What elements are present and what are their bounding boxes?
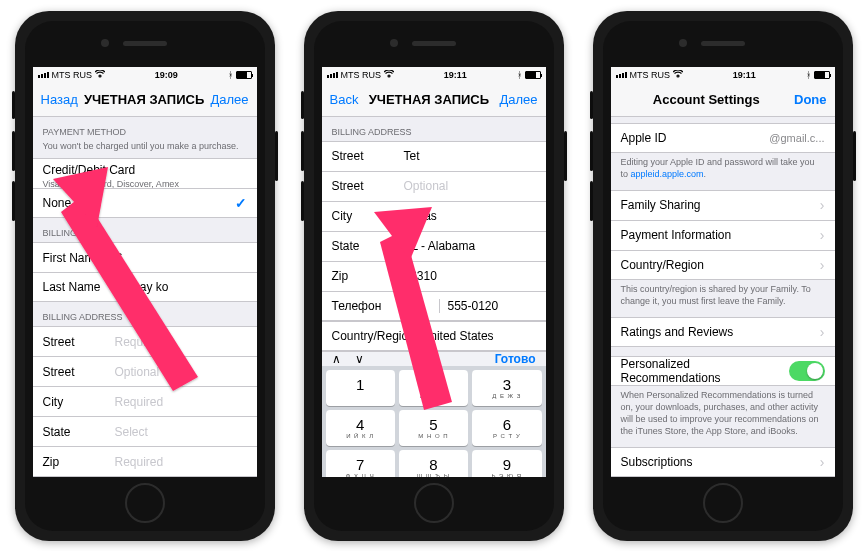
street2-row[interactable]: Street Optional (33, 356, 257, 386)
key-7[interactable]: 7Ф Х Ц Ч (326, 450, 395, 477)
zip-field[interactable]: Required (115, 455, 164, 469)
city-row[interactable]: City Required (33, 386, 257, 416)
phone-mock-3: MTS RUS 19:11 ᚼ Account Settings Done (593, 11, 853, 541)
payment-method-header: PAYMENT METHOD (33, 117, 257, 141)
card-option-title: Credit/Debit Card (43, 163, 136, 177)
none-option[interactable]: None ✓ (33, 188, 257, 218)
checkmark-icon: ✓ (235, 195, 247, 211)
street2-field[interactable]: Optional (404, 179, 449, 193)
key-6[interactable]: 6Р С Т У (472, 410, 541, 446)
city-label: City (332, 209, 404, 223)
family-sharing-row[interactable]: Family Sharing › (611, 190, 835, 220)
last-name-field[interactable]: Mikhay ko (115, 280, 169, 294)
zip-field[interactable]: 36310 (404, 269, 437, 283)
first-name-field[interactable]: S (115, 251, 123, 265)
chevron-right-icon: › (820, 258, 825, 272)
billing-address-header: BILLING ADDRESS (322, 117, 546, 141)
key-4[interactable]: 4И Й К Л (326, 410, 395, 446)
phone-row[interactable]: Телефон 202 555-0120 (322, 291, 546, 321)
payment-info-row[interactable]: Payment Information › (611, 220, 835, 250)
city-label: City (43, 395, 115, 409)
city-row[interactable]: City Dallas (322, 201, 546, 231)
chevron-right-icon: › (820, 455, 825, 469)
apple-id-label: Apple ID (621, 131, 667, 145)
ratings-reviews-row[interactable]: Ratings and Reviews › (611, 317, 835, 347)
recommendations-toggle[interactable] (789, 361, 824, 381)
card-option[interactable]: Credit/Debit Card Visa, MasterCard, Disc… (33, 158, 257, 188)
payment-info-label: Payment Information (621, 228, 732, 242)
status-bar: MTS RUS 19:11 ᚼ (611, 67, 835, 83)
bluetooth-icon: ᚼ (228, 70, 233, 80)
subscriptions-label: Subscriptions (621, 455, 693, 469)
city-field[interactable]: Required (115, 395, 164, 409)
next-button[interactable]: Далее (499, 92, 537, 107)
zip-row[interactable]: Zip Required (33, 446, 257, 476)
street2-label: Street (43, 365, 115, 379)
state-field[interactable]: AL - Alabama (404, 239, 476, 253)
bluetooth-icon: ᚼ (806, 70, 811, 80)
city-field[interactable]: Dallas (404, 209, 437, 223)
state-field[interactable]: Select (115, 425, 148, 439)
phone-mock-2: MTS RUS 19:11 ᚼ Back УЧЕТНАЯ ЗАПИСЬ Дале… (304, 11, 564, 541)
last-name-label: Last Name (43, 280, 115, 294)
street1-field[interactable]: Required (115, 335, 164, 349)
recommendations-footer: When Personalized Recommendations is tur… (611, 386, 835, 443)
next-button[interactable]: Далее (210, 92, 248, 107)
wifi-icon (673, 70, 683, 80)
street2-field[interactable]: Optional (115, 365, 160, 379)
kb-done-button[interactable]: Готово (495, 352, 536, 366)
nav-bar: Back УЧЕТНАЯ ЗАПИСЬ Далее (322, 83, 546, 117)
clock: 19:11 (444, 70, 467, 80)
home-button[interactable] (414, 483, 454, 523)
street1-field[interactable]: Tet (404, 149, 420, 163)
screen-3: MTS RUS 19:11 ᚼ Account Settings Done (611, 67, 835, 477)
street2-row[interactable]: Street Optional (322, 171, 546, 201)
clock: 19:09 (155, 70, 178, 80)
last-name-row[interactable]: Last Name Mikhay ko (33, 272, 257, 302)
carrier-label: MTS RUS (52, 70, 93, 80)
zip-label: Zip (43, 455, 115, 469)
wifi-icon (384, 70, 394, 80)
recommendations-row: Personalized Recommendations (611, 356, 835, 386)
home-button[interactable] (125, 483, 165, 523)
key-9[interactable]: 9Ь Э Ю Я (472, 450, 541, 477)
status-bar: MTS RUS 19:09 ᚼ (33, 67, 257, 83)
street1-row[interactable]: Street Required (33, 326, 257, 356)
country-region-row[interactable]: Country/Region: United States (322, 321, 546, 351)
key-3[interactable]: 3Д Е Ж З (472, 370, 541, 406)
family-sharing-label: Family Sharing (621, 198, 701, 212)
wifi-icon (95, 70, 105, 80)
country-footer: This country/region is shared by your Fa… (611, 280, 835, 313)
state-label: State (43, 425, 115, 439)
page-title: УЧЕТНАЯ ЗАПИСЬ (84, 92, 204, 107)
subscriptions-row[interactable]: Subscriptions › (611, 447, 835, 477)
country-region-row[interactable]: Country/Region › (611, 250, 835, 280)
back-button[interactable]: Назад (41, 92, 78, 107)
key-1[interactable]: 1 (326, 370, 395, 406)
home-button[interactable] (703, 483, 743, 523)
state-row[interactable]: State AL - Alabama (322, 231, 546, 261)
nav-bar: Account Settings Done (611, 83, 835, 117)
chevron-right-icon: › (820, 228, 825, 242)
ratings-reviews-label: Ratings and Reviews (621, 325, 734, 339)
first-name-row[interactable]: First Name S (33, 242, 257, 272)
zip-row[interactable]: Zip 36310 (322, 261, 546, 291)
kb-up-icon[interactable]: ∧ (332, 352, 341, 366)
key-5[interactable]: 5М Н О П (399, 410, 468, 446)
kb-down-icon[interactable]: ∨ (355, 352, 364, 366)
state-label: State (332, 239, 404, 253)
key-8[interactable]: 8Ш Щ Ъ Ы (399, 450, 468, 477)
zip-label: Zip (332, 269, 404, 283)
country-region-label: Country/Region (621, 258, 704, 272)
state-row[interactable]: State Select (33, 416, 257, 446)
key-2[interactable]: 2А Б В Г (399, 370, 468, 406)
numeric-keyboard: 1 2А Б В Г 3Д Е Ж З 4И Й К Л 5М Н О П 6Р… (322, 366, 546, 477)
billing-name-header: BILLING NAME (33, 218, 257, 242)
apple-id-row[interactable]: Apple ID @gmail.c... (611, 123, 835, 153)
back-button[interactable]: Back (330, 92, 359, 107)
phone-field[interactable]: 202 555-0120 (404, 299, 536, 313)
done-button[interactable]: Done (794, 92, 827, 107)
appleid-link[interactable]: appleid.apple.com (631, 169, 704, 179)
signal-icon (327, 72, 338, 78)
street1-row[interactable]: Street Tet (322, 141, 546, 171)
